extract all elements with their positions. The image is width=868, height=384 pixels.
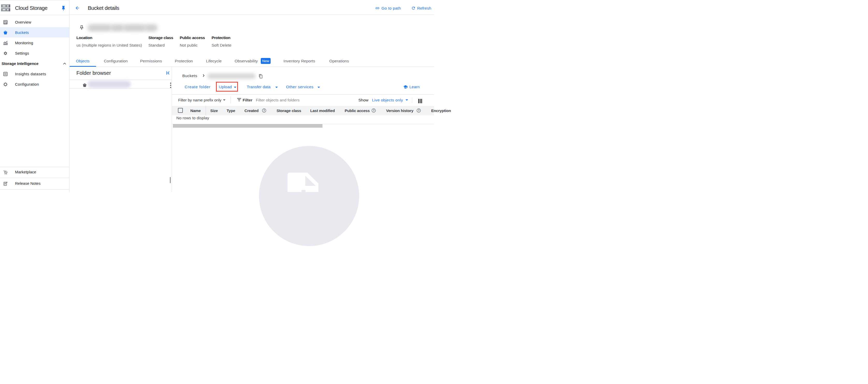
svg-text:?: ? <box>373 109 374 112</box>
svg-text:?: ? <box>264 109 265 112</box>
svg-text:?: ? <box>418 109 420 112</box>
